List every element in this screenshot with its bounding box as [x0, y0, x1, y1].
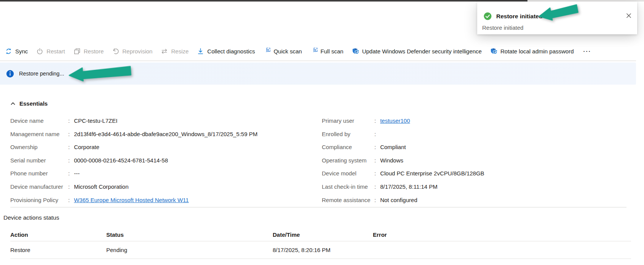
- chevron-up-icon: [10, 102, 16, 106]
- restore-button[interactable]: Restore: [69, 48, 108, 55]
- field-device-manufacturer: Device manufacturer : Microsoft Corporat…: [10, 180, 322, 194]
- field-label: Last check-in time: [322, 180, 374, 194]
- cell-action: Restore: [10, 247, 106, 253]
- toolbar-item-label: Sync: [15, 48, 28, 55]
- column-header-action: Action: [10, 231, 106, 238]
- restart-button[interactable]: Restart: [32, 48, 69, 55]
- field-label: Primary user: [322, 114, 374, 128]
- toolbar-more-button[interactable]: ···: [578, 48, 597, 55]
- field-serial-number: Serial number : 0000-0008-0216-4524-6781…: [10, 154, 322, 167]
- restore-icon: [74, 48, 81, 55]
- close-icon[interactable]: [625, 12, 633, 19]
- field-remote-assistance: Remote assistance : Not configured: [322, 194, 631, 207]
- toolbar-item-label: Reprovision: [122, 48, 152, 55]
- toolbar-item-label: Quick scan: [273, 48, 302, 55]
- defender-sync-icon: [352, 48, 359, 55]
- field-provisioning-policy: Provisioning Policy : W365 Europe Micros…: [10, 194, 322, 207]
- essentials-left-column: Device name : CPC-testu-L7ZEI Management…: [10, 114, 322, 207]
- toast-title: Restore initiated: [496, 13, 542, 20]
- reprovision-undo-icon: [112, 48, 119, 55]
- field-colon: :: [374, 154, 376, 167]
- field-value: Compliant: [380, 141, 406, 154]
- essentials-header[interactable]: Essentials: [10, 100, 48, 107]
- field-label: Management name: [10, 128, 68, 141]
- reprovision-button[interactable]: Reprovision: [108, 48, 157, 55]
- green-arrow-icon: [537, 1, 580, 26]
- field-value: Corporate: [74, 141, 99, 154]
- defender-sync-icon: [490, 48, 497, 55]
- restore-initiated-toast: Restore initiated Restore initiated: [477, 2, 637, 34]
- field-label: Provisioning Policy: [10, 194, 68, 207]
- field-colon: :: [374, 167, 376, 180]
- field-device-model: Device model : Cloud PC Enterprise 2vCPU…: [322, 167, 631, 180]
- field-label: Enrolled by: [322, 128, 374, 141]
- field-colon: :: [68, 128, 70, 141]
- field-colon: :: [68, 114, 70, 128]
- field-value: Cloud PC Enterprise 2vCPU/8GB/128GB: [380, 167, 484, 180]
- toolbar-item-label: Update Windows Defender security intelli…: [362, 48, 482, 55]
- field-value: 2d13f4f6-e3d4-4614-abde-dbafe9ace200_Win…: [74, 128, 257, 141]
- field-primary-user: Primary user : testuser100: [322, 114, 631, 128]
- field-compliance: Compliance : Compliant: [322, 141, 631, 154]
- collect-diagnostics-button[interactable]: Collect diagnostics: [193, 48, 259, 55]
- provisioning-policy-link[interactable]: W365 Europe Microsoft Hosted Network W11: [74, 194, 189, 207]
- toolbar-item-label: Full scan: [321, 48, 344, 55]
- full-scan-button[interactable]: Full scan: [306, 48, 348, 55]
- table-row: Restore Pending 8/17/2025, 8:20:16 PM: [10, 241, 631, 259]
- collect-diagnostics-download-icon: [197, 48, 204, 55]
- field-enrolled-by: Enrolled by :: [322, 128, 631, 141]
- scan-icon: [263, 48, 270, 55]
- field-value: 0000-0008-0216-4524-6781-5414-58: [74, 154, 168, 167]
- field-value: Microsoft Corporation: [74, 180, 128, 194]
- field-colon: :: [68, 167, 70, 180]
- field-colon: :: [374, 114, 376, 128]
- field-value: ---: [74, 167, 80, 180]
- field-device-name: Device name : CPC-testu-L7ZEI: [10, 114, 322, 128]
- top-border-dark: [0, 0, 527, 2]
- rotate-local-admin-password-button[interactable]: Rotate local admin password: [486, 48, 578, 55]
- field-label: Remote assistance: [322, 194, 374, 207]
- toast-message: Restore initiated: [482, 24, 637, 31]
- field-colon: :: [374, 141, 376, 154]
- field-value: Not configured: [380, 194, 417, 207]
- update-defender-intelligence-button[interactable]: Update Windows Defender security intelli…: [348, 48, 486, 55]
- sync-button[interactable]: Sync: [1, 48, 32, 55]
- field-value: CPC-testu-L7ZEI: [74, 114, 117, 128]
- cell-datetime: 8/17/2025, 8:20:16 PM: [273, 247, 373, 253]
- device-actions-status-title: Device actions status: [3, 214, 59, 221]
- column-header-status: Status: [106, 231, 273, 238]
- check-circle-icon: [484, 12, 492, 20]
- field-value: 8/17/2025, 8:11:14 PM: [380, 180, 438, 194]
- essentials-divider: [10, 207, 626, 207]
- restart-power-icon: [36, 48, 43, 55]
- restore-pending-banner: Restore pending...: [0, 63, 636, 85]
- field-management-name: Management name : 2d13f4f6-e3d4-4614-abd…: [10, 128, 322, 141]
- field-value: Windows: [380, 154, 403, 167]
- table-header-row: Action Status Date/Time Error: [10, 228, 631, 241]
- sync-icon: [5, 48, 12, 55]
- field-colon: :: [68, 180, 70, 194]
- field-operating-system: Operating system : Windows: [322, 154, 631, 167]
- field-colon: :: [374, 194, 376, 207]
- primary-user-link[interactable]: testuser100: [380, 114, 410, 128]
- field-last-check-in-time: Last check-in time : 8/17/2025, 8:11:14 …: [322, 180, 631, 194]
- toolbar-item-label: Rotate local admin password: [500, 48, 574, 55]
- green-arrow-icon: [67, 63, 133, 85]
- resize-arrows-icon: [161, 48, 168, 55]
- field-label: Operating system: [322, 154, 374, 167]
- field-label: Compliance: [322, 141, 374, 154]
- field-label: Phone number: [10, 167, 68, 180]
- cell-status: Pending: [106, 247, 273, 253]
- quick-scan-button[interactable]: Quick scan: [259, 48, 306, 55]
- field-label: Device manufacturer: [10, 180, 68, 194]
- resize-button[interactable]: Resize: [157, 48, 193, 55]
- field-label: Device model: [322, 167, 374, 180]
- column-header-datetime: Date/Time: [273, 231, 373, 238]
- field-label: Ownership: [10, 141, 68, 154]
- field-colon: :: [374, 180, 376, 194]
- device-overview-page: Sync Restart Restore: [0, 0, 644, 265]
- scan-icon: [310, 48, 318, 55]
- toolbar-item-label: Resize: [171, 48, 189, 55]
- field-label: Serial number: [10, 154, 68, 167]
- field-colon: :: [374, 128, 376, 141]
